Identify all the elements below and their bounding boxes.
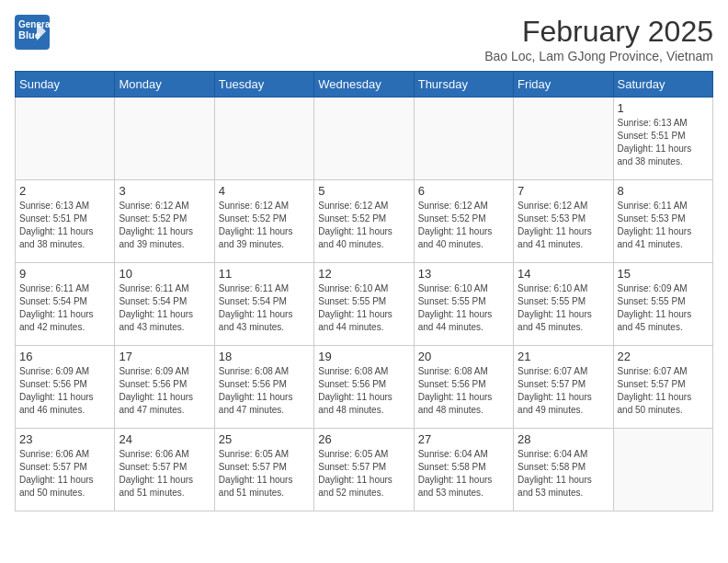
header-sunday: Sunday xyxy=(16,72,115,98)
week-row-5: 23Sunrise: 6:06 AM Sunset: 5:57 PM Dayli… xyxy=(16,429,713,511)
day-info: Sunrise: 6:07 AM Sunset: 5:57 PM Dayligh… xyxy=(518,365,609,417)
day-number: 13 xyxy=(418,267,509,281)
day-info: Sunrise: 6:07 AM Sunset: 5:57 PM Dayligh… xyxy=(618,365,709,417)
day-info: Sunrise: 6:04 AM Sunset: 5:58 PM Dayligh… xyxy=(518,448,609,500)
day-info: Sunrise: 6:06 AM Sunset: 5:57 PM Dayligh… xyxy=(19,448,110,500)
day-number: 3 xyxy=(119,184,210,198)
calendar-cell xyxy=(613,429,712,511)
logo: General Blue xyxy=(15,15,53,53)
day-number: 14 xyxy=(518,267,609,281)
day-number: 7 xyxy=(518,184,609,198)
day-number: 23 xyxy=(19,432,110,446)
day-info: Sunrise: 6:11 AM Sunset: 5:54 PM Dayligh… xyxy=(119,282,210,334)
calendar-cell: 19Sunrise: 6:08 AM Sunset: 5:56 PM Dayli… xyxy=(314,346,414,429)
day-number: 22 xyxy=(618,350,709,363)
calendar-cell: 21Sunrise: 6:07 AM Sunset: 5:57 PM Dayli… xyxy=(514,346,613,429)
day-info: Sunrise: 6:05 AM Sunset: 5:57 PM Dayligh… xyxy=(219,448,310,500)
calendar-cell: 27Sunrise: 6:04 AM Sunset: 5:58 PM Dayli… xyxy=(414,429,513,511)
header-tuesday: Tuesday xyxy=(214,72,313,98)
calendar-cell xyxy=(314,98,414,180)
day-number: 11 xyxy=(219,267,310,281)
calendar-cell: 18Sunrise: 6:08 AM Sunset: 5:56 PM Dayli… xyxy=(214,346,313,429)
day-info: Sunrise: 6:13 AM Sunset: 5:51 PM Dayligh… xyxy=(19,200,110,251)
day-info: Sunrise: 6:10 AM Sunset: 5:55 PM Dayligh… xyxy=(518,282,609,334)
calendar-cell: 6Sunrise: 6:12 AM Sunset: 5:52 PM Daylig… xyxy=(414,180,513,263)
day-number: 18 xyxy=(219,350,310,363)
day-number: 2 xyxy=(19,184,110,198)
calendar-table: SundayMondayTuesdayWednesdayThursdayFrid… xyxy=(15,71,713,511)
calendar-cell: 26Sunrise: 6:05 AM Sunset: 5:57 PM Dayli… xyxy=(314,429,414,511)
calendar-cell: 14Sunrise: 6:10 AM Sunset: 5:55 PM Dayli… xyxy=(514,263,613,346)
calendar-cell: 2Sunrise: 6:13 AM Sunset: 5:51 PM Daylig… xyxy=(16,180,115,263)
day-number: 10 xyxy=(119,267,210,281)
day-info: Sunrise: 6:10 AM Sunset: 5:55 PM Dayligh… xyxy=(318,282,409,334)
day-number: 28 xyxy=(518,432,609,446)
calendar-cell xyxy=(414,98,513,180)
calendar-cell: 17Sunrise: 6:09 AM Sunset: 5:56 PM Dayli… xyxy=(115,346,214,429)
day-info: Sunrise: 6:04 AM Sunset: 5:58 PM Dayligh… xyxy=(418,448,509,500)
day-number: 25 xyxy=(219,432,310,446)
day-info: Sunrise: 6:12 AM Sunset: 5:52 PM Dayligh… xyxy=(119,200,210,251)
day-number: 5 xyxy=(318,184,409,198)
calendar-cell: 22Sunrise: 6:07 AM Sunset: 5:57 PM Dayli… xyxy=(613,346,712,429)
day-info: Sunrise: 6:12 AM Sunset: 5:52 PM Dayligh… xyxy=(318,200,409,251)
calendar-cell: 8Sunrise: 6:11 AM Sunset: 5:53 PM Daylig… xyxy=(613,180,712,263)
calendar-cell: 4Sunrise: 6:12 AM Sunset: 5:52 PM Daylig… xyxy=(214,180,313,263)
calendar-cell: 25Sunrise: 6:05 AM Sunset: 5:57 PM Dayli… xyxy=(214,429,313,511)
day-number: 17 xyxy=(119,350,210,363)
calendar-cell: 11Sunrise: 6:11 AM Sunset: 5:54 PM Dayli… xyxy=(214,263,313,346)
calendar-cell: 24Sunrise: 6:06 AM Sunset: 5:57 PM Dayli… xyxy=(115,429,214,511)
day-number: 27 xyxy=(418,432,509,446)
day-info: Sunrise: 6:06 AM Sunset: 5:57 PM Dayligh… xyxy=(119,448,210,500)
day-number: 4 xyxy=(219,184,310,198)
header-wednesday: Wednesday xyxy=(314,72,414,98)
calendar-cell xyxy=(514,98,613,180)
day-number: 19 xyxy=(318,350,409,363)
week-row-3: 9Sunrise: 6:11 AM Sunset: 5:54 PM Daylig… xyxy=(16,263,713,346)
day-number: 8 xyxy=(618,184,709,198)
calendar-header-row: SundayMondayTuesdayWednesdayThursdayFrid… xyxy=(16,72,713,98)
calendar-cell: 23Sunrise: 6:06 AM Sunset: 5:57 PM Dayli… xyxy=(16,429,115,511)
week-row-4: 16Sunrise: 6:09 AM Sunset: 5:56 PM Dayli… xyxy=(16,346,713,429)
day-info: Sunrise: 6:10 AM Sunset: 5:55 PM Dayligh… xyxy=(418,282,509,334)
week-row-2: 2Sunrise: 6:13 AM Sunset: 5:51 PM Daylig… xyxy=(16,180,713,263)
calendar-cell: 12Sunrise: 6:10 AM Sunset: 5:55 PM Dayli… xyxy=(314,263,414,346)
week-row-1: 1Sunrise: 6:13 AM Sunset: 5:51 PM Daylig… xyxy=(16,98,713,180)
header-thursday: Thursday xyxy=(414,72,513,98)
calendar-cell xyxy=(214,98,313,180)
calendar-cell xyxy=(115,98,214,180)
day-info: Sunrise: 6:11 AM Sunset: 5:54 PM Dayligh… xyxy=(19,282,110,334)
day-info: Sunrise: 6:11 AM Sunset: 5:54 PM Dayligh… xyxy=(219,282,310,334)
header-friday: Friday xyxy=(514,72,613,98)
day-info: Sunrise: 6:08 AM Sunset: 5:56 PM Dayligh… xyxy=(318,365,409,417)
day-info: Sunrise: 6:12 AM Sunset: 5:52 PM Dayligh… xyxy=(219,200,310,251)
calendar-cell: 9Sunrise: 6:11 AM Sunset: 5:54 PM Daylig… xyxy=(16,263,115,346)
day-number: 9 xyxy=(19,267,110,281)
day-info: Sunrise: 6:05 AM Sunset: 5:57 PM Dayligh… xyxy=(318,448,409,500)
calendar-cell: 13Sunrise: 6:10 AM Sunset: 5:55 PM Dayli… xyxy=(414,263,513,346)
header-monday: Monday xyxy=(115,72,214,98)
day-info: Sunrise: 6:13 AM Sunset: 5:51 PM Dayligh… xyxy=(618,117,709,168)
header-saturday: Saturday xyxy=(613,72,712,98)
day-info: Sunrise: 6:11 AM Sunset: 5:53 PM Dayligh… xyxy=(618,200,709,251)
page-header: General Blue February 2025 Bao Loc, Lam … xyxy=(15,15,713,63)
day-number: 26 xyxy=(318,432,409,446)
day-info: Sunrise: 6:12 AM Sunset: 5:52 PM Dayligh… xyxy=(418,200,509,251)
day-number: 16 xyxy=(19,350,110,363)
day-number: 24 xyxy=(119,432,210,446)
day-info: Sunrise: 6:08 AM Sunset: 5:56 PM Dayligh… xyxy=(219,365,310,417)
day-info: Sunrise: 6:12 AM Sunset: 5:53 PM Dayligh… xyxy=(518,200,609,251)
calendar-cell: 5Sunrise: 6:12 AM Sunset: 5:52 PM Daylig… xyxy=(314,180,414,263)
calendar-cell xyxy=(16,98,115,180)
calendar-cell: 3Sunrise: 6:12 AM Sunset: 5:52 PM Daylig… xyxy=(115,180,214,263)
calendar-cell: 15Sunrise: 6:09 AM Sunset: 5:55 PM Dayli… xyxy=(613,263,712,346)
calendar-cell: 28Sunrise: 6:04 AM Sunset: 5:58 PM Dayli… xyxy=(514,429,613,511)
month-title: February 2025 xyxy=(484,15,713,49)
calendar-cell: 7Sunrise: 6:12 AM Sunset: 5:53 PM Daylig… xyxy=(514,180,613,263)
day-number: 21 xyxy=(518,350,609,363)
logo-icon: General Blue xyxy=(15,15,50,50)
title-section: February 2025 Bao Loc, Lam GJong Provinc… xyxy=(484,15,713,63)
calendar-cell: 10Sunrise: 6:11 AM Sunset: 5:54 PM Dayli… xyxy=(115,263,214,346)
day-number: 6 xyxy=(418,184,509,198)
day-info: Sunrise: 6:09 AM Sunset: 5:55 PM Dayligh… xyxy=(618,282,709,334)
